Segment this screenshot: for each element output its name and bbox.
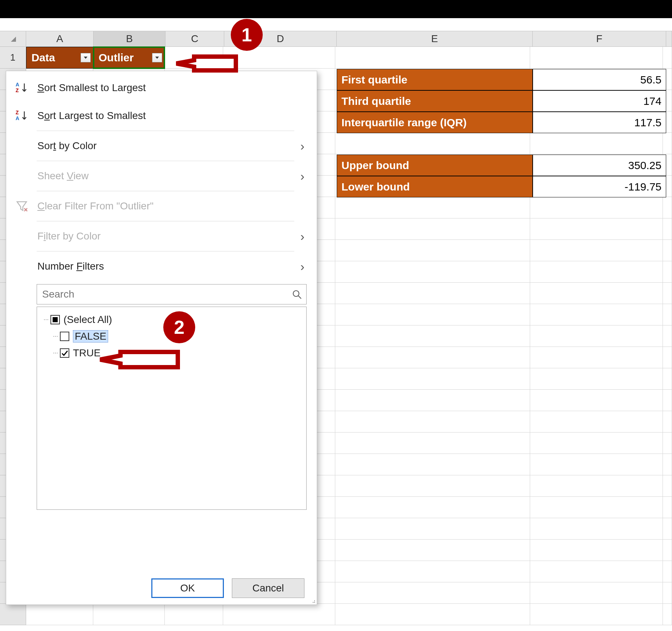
grid-cell[interactable]: [335, 540, 530, 561]
filter-search[interactable]: [37, 284, 307, 304]
grid-cell[interactable]: [530, 325, 663, 347]
grid-cell[interactable]: [530, 197, 663, 218]
grid-cell[interactable]: [663, 218, 672, 240]
grid-cell[interactable]: [335, 197, 530, 218]
grid-cell[interactable]: [335, 454, 530, 475]
grid-cell[interactable]: [530, 518, 663, 540]
sort-by-color-item[interactable]: Sort by Color ›: [6, 131, 317, 161]
grid-cell[interactable]: [530, 582, 663, 604]
stats-upper-bound-value[interactable]: 350.25: [533, 155, 666, 176]
checkbox-unchecked-icon[interactable]: [60, 332, 69, 341]
grid-cell[interactable]: [335, 368, 530, 390]
ok-button[interactable]: OK: [151, 578, 224, 598]
grid-cell[interactable]: [335, 261, 530, 283]
grid-cell[interactable]: [530, 390, 663, 411]
grid-cell[interactable]: [165, 604, 223, 625]
grid-cell[interactable]: [530, 433, 663, 454]
stats-third-quartile-value[interactable]: 174: [533, 90, 666, 112]
grid-cell[interactable]: [530, 454, 663, 475]
grid-cell[interactable]: [223, 604, 335, 625]
grid-cell[interactable]: [530, 133, 663, 154]
cancel-button[interactable]: Cancel: [232, 578, 304, 598]
column-header-F[interactable]: F: [533, 31, 666, 46]
resize-handle-icon[interactable]: [310, 598, 315, 603]
grid-cell[interactable]: [530, 540, 663, 561]
grid-cell[interactable]: [335, 304, 530, 325]
grid-cell[interactable]: [663, 368, 672, 390]
grid-cell[interactable]: [530, 218, 663, 240]
grid-cell[interactable]: [530, 475, 663, 497]
cell-B1-outlier-header[interactable]: Outlier: [93, 47, 165, 69]
grid-cell[interactable]: [26, 604, 93, 625]
column-header-A[interactable]: A: [26, 31, 94, 46]
grid-cell[interactable]: [663, 475, 672, 497]
grid-cell[interactable]: [335, 240, 530, 261]
column-header-E[interactable]: E: [337, 31, 533, 46]
grid-cell[interactable]: [335, 433, 530, 454]
grid-cell[interactable]: [663, 497, 672, 518]
grid-cell[interactable]: [335, 133, 530, 154]
checkbox-checked-icon[interactable]: [60, 348, 69, 358]
filter-search-input[interactable]: [41, 288, 292, 300]
grid-cell[interactable]: [335, 475, 530, 497]
stats-first-quartile-label[interactable]: First quartile: [337, 69, 533, 90]
grid-cell[interactable]: [530, 347, 663, 368]
cell-F1[interactable]: [530, 47, 663, 69]
grid-cell[interactable]: [335, 518, 530, 540]
filter-button-data[interactable]: [81, 53, 91, 62]
stats-lower-bound-label[interactable]: Lower bound: [337, 176, 533, 197]
grid-cell[interactable]: [663, 454, 672, 475]
grid-cell[interactable]: [93, 604, 165, 625]
grid-cell[interactable]: [335, 497, 530, 518]
grid-cell[interactable]: [663, 325, 672, 347]
grid-cell[interactable]: [530, 240, 663, 261]
grid-cell[interactable]: [663, 582, 672, 604]
cell-E1[interactable]: [335, 47, 530, 69]
grid-cell[interactable]: [335, 390, 530, 411]
grid-cell[interactable]: [335, 218, 530, 240]
grid-cell[interactable]: [663, 411, 672, 433]
grid-cell[interactable]: [530, 283, 663, 304]
grid-cell[interactable]: [663, 561, 672, 582]
grid-cell[interactable]: [663, 283, 672, 304]
column-header-B[interactable]: B: [94, 31, 165, 46]
grid-cell[interactable]: [663, 390, 672, 411]
select-all-corner[interactable]: [0, 31, 26, 46]
grid-cell[interactable]: [663, 540, 672, 561]
grid-cell[interactable]: [663, 433, 672, 454]
grid-cell[interactable]: [335, 604, 530, 625]
stats-first-quartile-value[interactable]: 56.5: [533, 69, 666, 90]
stats-iqr-label[interactable]: Interquartile range (IQR): [337, 112, 533, 133]
grid-cell[interactable]: [663, 240, 672, 261]
grid-cell[interactable]: [663, 518, 672, 540]
number-filters-item[interactable]: Number Filters ›: [6, 251, 317, 281]
grid-cell[interactable]: [335, 325, 530, 347]
grid-cell[interactable]: [663, 197, 672, 218]
grid-cell[interactable]: [663, 261, 672, 283]
grid-cell[interactable]: [530, 561, 663, 582]
stats-upper-bound-label[interactable]: Upper bound: [337, 155, 533, 176]
stats-third-quartile-label[interactable]: Third quartile: [337, 90, 533, 112]
grid-cell[interactable]: [335, 561, 530, 582]
grid-cell[interactable]: [530, 411, 663, 433]
row-header-1[interactable]: 1: [0, 47, 26, 69]
stats-lower-bound-value[interactable]: -119.75: [533, 176, 666, 197]
grid-cell[interactable]: [663, 604, 672, 625]
grid-cell[interactable]: [335, 582, 530, 604]
sort-asc-item[interactable]: A Z Sort Smallest to Largest: [6, 71, 317, 101]
grid-cell[interactable]: [335, 347, 530, 368]
grid-cell[interactable]: [530, 604, 663, 625]
grid-cell[interactable]: [530, 304, 663, 325]
grid-cell[interactable]: [530, 497, 663, 518]
grid-cell[interactable]: [663, 133, 672, 154]
column-header-C[interactable]: C: [165, 31, 224, 46]
checkbox-mixed-icon[interactable]: [50, 315, 60, 324]
grid-cell[interactable]: [335, 411, 530, 433]
cell-A1-data-header[interactable]: Data: [26, 47, 93, 69]
grid-cell[interactable]: [663, 347, 672, 368]
grid-cell[interactable]: [335, 283, 530, 304]
grid-cell[interactable]: [530, 368, 663, 390]
row-header[interactable]: [0, 604, 26, 625]
grid-cell[interactable]: [530, 261, 663, 283]
stats-iqr-value[interactable]: 117.5: [533, 112, 666, 133]
